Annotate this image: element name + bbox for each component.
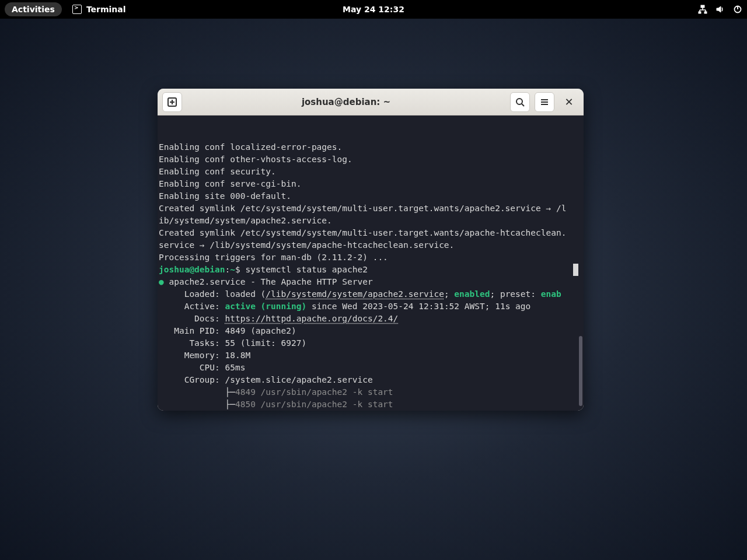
svg-rect-5	[699, 12, 701, 13]
volume-icon[interactable]	[715, 5, 725, 14]
svg-rect-6	[704, 12, 707, 13]
window-title: joshua@debian: ~	[182, 97, 510, 107]
terminal-viewport[interactable]: Enabling conf localized-error-pages. Ena…	[158, 116, 584, 411]
power-icon[interactable]	[733, 5, 742, 14]
scrollbar[interactable]	[578, 116, 584, 411]
search-button[interactable]	[510, 92, 530, 112]
svg-point-12	[516, 99, 522, 104]
menu-button[interactable]	[535, 92, 554, 112]
app-menu[interactable]: Terminal	[72, 5, 126, 14]
svg-rect-0	[701, 5, 704, 8]
close-button[interactable]: ✕	[559, 92, 579, 112]
scrollbar-thumb[interactable]	[579, 336, 582, 406]
app-name-label: Terminal	[86, 5, 126, 14]
terminal-icon	[72, 5, 82, 14]
activities-button[interactable]: Activities	[5, 2, 62, 16]
network-icon[interactable]	[698, 5, 707, 14]
system-tray	[698, 5, 742, 14]
svg-line-13	[522, 104, 524, 106]
terminal-window: joshua@debian: ~ ✕ Enabling conf localiz…	[158, 89, 584, 411]
top-bar: Activities Terminal May 24 12:32	[0, 0, 747, 19]
clock[interactable]: May 24 12:32	[343, 5, 404, 14]
new-tab-button[interactable]	[162, 92, 182, 112]
titlebar[interactable]: joshua@debian: ~ ✕	[158, 89, 584, 116]
